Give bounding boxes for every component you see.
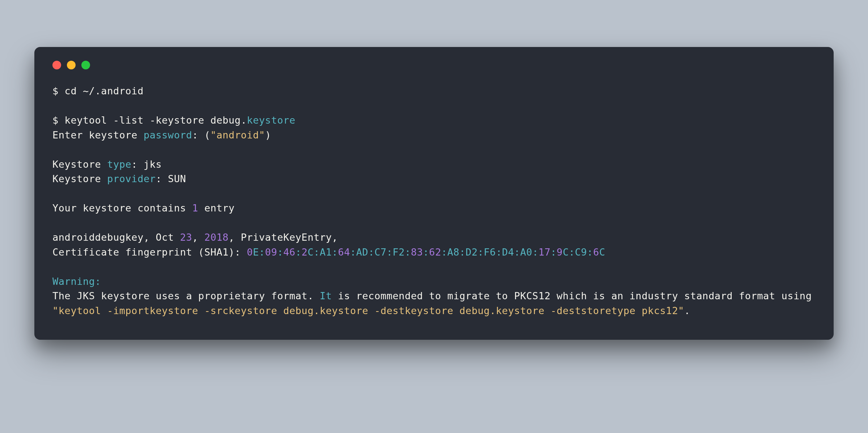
keyword-password: password <box>144 129 192 141</box>
colon: : <box>387 246 393 258</box>
colon: : <box>478 246 484 258</box>
colon: : <box>459 246 465 258</box>
text: . <box>684 305 690 316</box>
fp: A0 <box>520 246 532 258</box>
fp: D4 <box>502 246 514 258</box>
fp: 9 <box>557 246 563 258</box>
colon: : <box>532 246 539 258</box>
fp: F6 <box>484 246 496 258</box>
colon: : <box>587 246 593 258</box>
colon: : <box>405 246 411 258</box>
colon: : <box>295 246 302 258</box>
text: Enter keystore <box>52 129 144 141</box>
colon: : <box>350 246 356 258</box>
warning-text: The JKS keystore uses a proprietary form… <box>52 290 320 301</box>
keyword-keystore: keystore <box>247 115 295 126</box>
number-day: 23 <box>180 232 192 243</box>
prompt-line-1: $ cd ~/ <box>52 85 95 97</box>
text: Your keystore contains <box>52 202 192 214</box>
terminal-output: $ cd ~/.android $ keytool -list -keystor… <box>52 84 816 318</box>
keyword-provider: provider <box>107 173 156 184</box>
fp: 09 <box>265 246 277 258</box>
keyword-it: It <box>320 290 332 301</box>
fp: E <box>253 246 259 258</box>
fp: 17 <box>539 246 551 258</box>
fp: 83 <box>411 246 423 258</box>
colon: : <box>314 246 320 258</box>
colon: : <box>368 246 374 258</box>
text: Certificate fingerprint (SHA1): <box>52 246 247 258</box>
text: Keystore <box>52 159 107 170</box>
warning-text: is recommended to migrate to PKCS12 whic… <box>332 290 818 301</box>
command-string: "keytool -importkeystore -srckeystore de… <box>52 305 684 316</box>
text: , <box>192 232 204 243</box>
colon: : <box>496 246 502 258</box>
fp: C <box>563 246 569 258</box>
text: : SUN <box>156 173 186 184</box>
fp: 6 <box>593 246 599 258</box>
fp: C <box>307 246 314 258</box>
fp: 0 <box>247 246 253 258</box>
fp: AD <box>356 246 369 258</box>
fp: A1 <box>320 246 332 258</box>
fp: C <box>599 246 605 258</box>
string-value: "android" <box>210 129 265 141</box>
number-year: 2018 <box>204 232 229 243</box>
path-text: .android <box>95 85 144 97</box>
fp: F2 <box>393 246 405 258</box>
colon: : <box>277 246 283 258</box>
window-controls <box>52 61 816 69</box>
keyword-type: type <box>107 159 131 170</box>
fp: 62 <box>429 246 441 258</box>
fp: C7 <box>374 246 387 258</box>
text: : ( <box>192 129 210 141</box>
close-icon[interactable] <box>52 61 61 69</box>
fp: 64 <box>338 246 350 258</box>
fp: A8 <box>447 246 460 258</box>
warning-label: Warning: <box>52 276 101 287</box>
text: , PrivateKeyEntry, <box>229 232 344 243</box>
fp: 46 <box>283 246 295 258</box>
colon: : <box>423 246 429 258</box>
text: : jks <box>131 159 162 170</box>
colon: : <box>569 246 575 258</box>
prompt-line-2: $ keytool -list -keystore debug. <box>52 115 247 126</box>
maximize-icon[interactable] <box>81 61 90 69</box>
colon: : <box>441 246 447 258</box>
fp: C9 <box>575 246 587 258</box>
fp: D2 <box>465 246 478 258</box>
colon: : <box>259 246 265 258</box>
minimize-icon[interactable] <box>67 61 76 69</box>
text: entry <box>198 202 235 214</box>
text: androiddebugkey, Oct <box>52 232 180 243</box>
number: 1 <box>192 202 198 214</box>
text: Keystore <box>52 173 107 184</box>
colon: : <box>514 246 520 258</box>
fp: 2 <box>302 246 308 258</box>
terminal-window: $ cd ~/.android $ keytool -list -keystor… <box>34 47 834 340</box>
colon: : <box>550 246 557 258</box>
text: ) <box>265 129 271 141</box>
colon: : <box>332 246 338 258</box>
